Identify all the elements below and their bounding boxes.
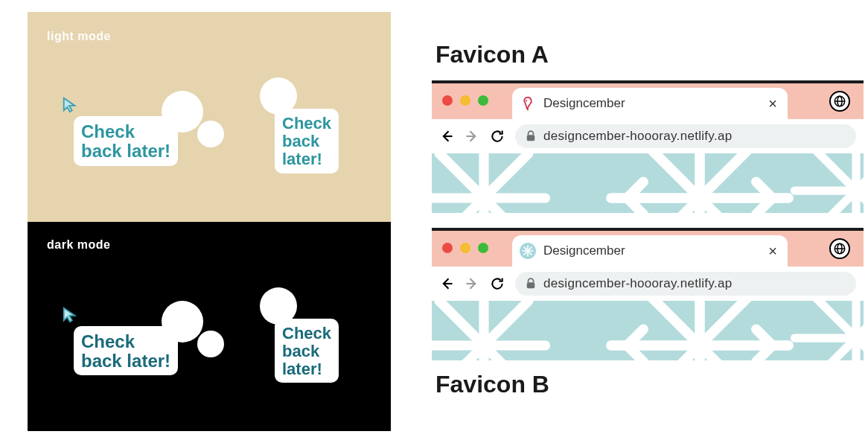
- favicon-b-heading: Favicon B: [435, 371, 868, 398]
- profile-globe-icon[interactable]: [829, 238, 850, 259]
- dark-mode-label: dark mode: [47, 238, 110, 252]
- favicon-a-heading: Favicon A: [435, 41, 868, 68]
- traffic-min-icon[interactable]: [460, 243, 470, 253]
- page-snowflake-icon: [603, 301, 797, 360]
- tooltip-line1: Check: [81, 331, 135, 351]
- tooltip-line2: back later!: [81, 351, 170, 371]
- lock-icon: [526, 130, 536, 142]
- tab-strip: Designcember ×: [432, 231, 864, 267]
- tooltip-bubble-large: Checkback later!: [74, 326, 178, 376]
- browser-tab[interactable]: Designcember ×: [512, 88, 788, 119]
- light-mode-label: light mode: [47, 30, 111, 43]
- tab-title: Designcember: [543, 243, 768, 258]
- window-controls: [442, 95, 488, 106]
- page-content: [432, 301, 864, 360]
- window-controls: [442, 243, 488, 253]
- svg-rect-52: [527, 282, 535, 288]
- tooltip-s-line2: back: [282, 342, 319, 360]
- traffic-close-icon[interactable]: [442, 95, 453, 106]
- page-snowflake-icon: [432, 153, 551, 213]
- browser-tab[interactable]: Designcember ×: [512, 235, 788, 267]
- reload-icon[interactable]: [490, 129, 505, 144]
- nav-toolbar: designcember-hoooray.netlify.ap: [432, 119, 864, 153]
- tooltip-s-line2: back: [282, 132, 319, 150]
- svg-rect-30: [527, 135, 535, 141]
- page-content: [432, 153, 864, 213]
- forward-icon[interactable]: [465, 129, 479, 144]
- snowflake-small-icon: [200, 334, 221, 357]
- page-snowflake-icon: [603, 153, 797, 213]
- tooltip-s-line3: later!: [282, 150, 322, 168]
- back-icon[interactable]: [439, 129, 454, 144]
- tooltip-s-line1: Check: [282, 114, 331, 133]
- tooltip-bubble-small: Checkbacklater!: [275, 319, 339, 383]
- snowflake-large-icon: [166, 305, 199, 341]
- url-text: designcember-hoooray.netlify.ap: [543, 276, 732, 291]
- url-bar[interactable]: designcember-hoooray.netlify.ap: [515, 124, 856, 148]
- traffic-min-icon[interactable]: [460, 95, 470, 106]
- tooltip-line1: Check: [81, 121, 135, 141]
- traffic-max-icon[interactable]: [478, 95, 488, 106]
- tab-close-icon[interactable]: ×: [768, 95, 777, 112]
- tooltip-line2: back later!: [81, 141, 170, 161]
- tooltip-s-line1: Check: [282, 324, 331, 342]
- snowflake-large-icon: [166, 95, 199, 131]
- browser-mock-b: Designcember × designcember-hoooray.netl…: [432, 228, 864, 360]
- tab-strip: Designcember ×: [432, 83, 864, 119]
- traffic-max-icon[interactable]: [478, 243, 488, 253]
- page-snowflake-icon: [789, 301, 864, 360]
- browser-mock-a: Designcember × designcember-hoooray.netl…: [432, 80, 864, 213]
- cursor-icon: [62, 97, 78, 113]
- tooltip-s-line3: later!: [282, 360, 322, 378]
- svg-point-24: [526, 100, 527, 101]
- favicon-b-icon: [520, 243, 536, 259]
- nav-toolbar: designcember-hoooray.netlify.ap: [432, 267, 864, 301]
- reload-icon[interactable]: [490, 276, 505, 291]
- tooltip-demo-panel: light mode Checkback later! Checkbacklat…: [28, 12, 391, 431]
- snowflake-small-icon: [200, 124, 221, 147]
- tooltip-bubble-large: Checkback later!: [74, 116, 178, 166]
- light-mode-pane: light mode Checkback later! Checkbacklat…: [28, 12, 391, 222]
- url-text: designcember-hoooray.netlify.ap: [543, 129, 732, 144]
- page-snowflake-icon: [789, 153, 864, 213]
- cursor-icon: [62, 307, 78, 323]
- tooltip-bubble-small: Checkbacklater!: [275, 109, 339, 173]
- back-icon[interactable]: [439, 276, 454, 291]
- traffic-close-icon[interactable]: [442, 243, 453, 253]
- dark-mode-pane: dark mode Checkback later! Checkbacklate…: [28, 222, 391, 432]
- tab-title: Designcember: [543, 96, 768, 111]
- favicon-a-icon: [520, 95, 536, 112]
- url-bar[interactable]: designcember-hoooray.netlify.ap: [515, 272, 856, 296]
- forward-icon[interactable]: [465, 276, 479, 291]
- page-snowflake-icon: [432, 301, 551, 360]
- tab-close-icon[interactable]: ×: [768, 243, 777, 260]
- lock-icon: [526, 278, 536, 290]
- profile-globe-icon[interactable]: [829, 91, 850, 112]
